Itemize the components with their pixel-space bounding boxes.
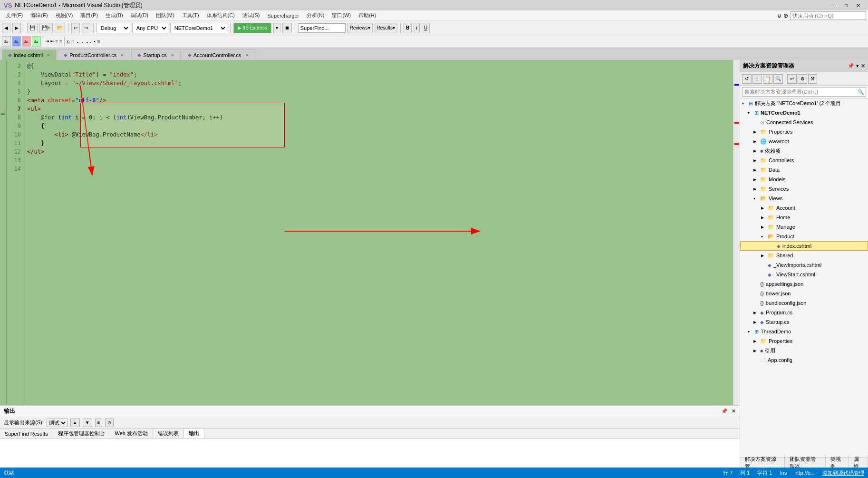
tree-index-cshtml[interactable]: ◆ index.cshtml	[740, 241, 868, 251]
menu-analyze[interactable]: 分析(N)	[303, 11, 328, 20]
output-btn-4[interactable]: ⊙	[105, 419, 114, 427]
tab-package-console[interactable]: 程序包管理器控制台	[53, 429, 110, 438]
menu-team[interactable]: 团队(M)	[152, 11, 178, 20]
se-btn-4[interactable]: 🔍	[773, 74, 783, 84]
tree-dependencies[interactable]: ▶ ■ 依赖项	[740, 146, 868, 156]
code-content[interactable]: @{ ViewData["Title"] = "index"; Layout =…	[23, 60, 733, 405]
se-btn-1[interactable]: ↺	[742, 74, 752, 84]
se-tab-class[interactable]: 类视图	[826, 455, 849, 468]
menu-project[interactable]: 项目(P)	[77, 11, 102, 20]
se-close-icon[interactable]: ✕	[861, 63, 865, 69]
format-btn-1[interactable]: aₐ	[2, 36, 11, 47]
tree-thread-demo[interactable]: ▾ ⊞ ThreadDemo	[740, 327, 868, 336]
italic-button[interactable]: I	[414, 23, 420, 33]
tree-appsettings[interactable]: {} appsettings.json	[740, 279, 868, 289]
tree-project-netcore[interactable]: ▾ ⊞ NETCoreDemo1	[740, 108, 868, 117]
maximize-button[interactable]: □	[840, 1, 852, 10]
tree-program-cs[interactable]: ▶ ◆ Program.cs	[740, 308, 868, 317]
tab-close-product[interactable]: ✕	[120, 53, 124, 58]
quick-launch-input[interactable]	[790, 11, 866, 20]
reviews-button[interactable]: Reviews▾	[347, 23, 373, 33]
run-dropdown-button[interactable]: ▾	[273, 23, 280, 33]
menu-help[interactable]: 帮助(H)	[355, 11, 380, 20]
tree-controllers[interactable]: ▶ 📁 Controllers	[740, 156, 868, 165]
results-button[interactable]: Results▾	[375, 23, 397, 33]
tree-solution[interactable]: ▾ ⊞ 解决方案 'NETCoreDemo1' (2 个项目 -	[740, 98, 868, 108]
menu-debug[interactable]: 调试(D)	[127, 11, 152, 20]
status-add-source[interactable]: 添加到源代码管理	[822, 469, 864, 477]
tab-close-index[interactable]: ✕	[47, 53, 50, 58]
tree-wwwroot[interactable]: ▶ 🌐 wwwroot	[740, 137, 868, 146]
nav-forward-button[interactable]: ▶	[12, 23, 21, 33]
se-tab-props[interactable]: 属性	[849, 455, 868, 468]
tree-references[interactable]: ▶ ■ 引用	[740, 346, 868, 355]
run-button[interactable]: ▶ IIS Express	[233, 23, 271, 33]
se-arrow-icon[interactable]: ▾	[856, 63, 859, 69]
config-dropdown[interactable]: Debug Release	[96, 23, 130, 33]
menu-test[interactable]: 测试(S)	[239, 11, 264, 20]
redo-button[interactable]: ↪	[82, 23, 90, 33]
menu-edit[interactable]: 编辑(E)	[27, 11, 52, 20]
se-btn-3[interactable]: 📋	[763, 74, 772, 84]
tree-bower[interactable]: {} bower.json	[740, 289, 868, 298]
close-output-icon[interactable]: ✕	[732, 408, 736, 414]
save-button[interactable]: 💾	[27, 23, 38, 33]
collapse-indicator[interactable]: ▬	[1, 111, 5, 116]
underline-button[interactable]: U	[422, 23, 430, 33]
se-tab-solution[interactable]: 解决方案资源管...	[740, 455, 785, 468]
project-dropdown[interactable]: NETCoreDemo1	[170, 23, 227, 33]
output-source-select[interactable]: 调试	[47, 419, 68, 427]
format-btn-2[interactable]: aₐ	[12, 36, 21, 47]
tree-connected-services[interactable]: ⊙ Connected Services	[740, 117, 868, 127]
menu-supercharger[interactable]: Supercharger	[264, 12, 303, 20]
code-editor[interactable]: ▬ 2 3 4 5 6 7 8 9 10 11	[0, 60, 740, 405]
menu-tools[interactable]: 工具(T)	[178, 11, 203, 20]
tree-app-config[interactable]: 📄 App.config	[740, 355, 868, 365]
undo-button[interactable]: ↩	[71, 23, 80, 33]
menu-file[interactable]: 文件(F)	[2, 11, 27, 20]
tree-home[interactable]: ▶ 📁 Home	[740, 213, 868, 222]
tab-superfind-results[interactable]: SuperFind Results	[0, 430, 53, 438]
tree-data[interactable]: ▶ 📁 Data	[740, 165, 868, 175]
tab-output-active[interactable]: 输出	[184, 429, 204, 438]
save-all-button[interactable]: 💾+	[39, 23, 53, 33]
tab-web-publish[interactable]: Web 发布活动	[110, 429, 153, 438]
tab-product-controller[interactable]: ◆ ProductController.cs ✕	[58, 49, 130, 60]
output-btn-1[interactable]: ▲	[70, 419, 80, 427]
tab-index-cshtml[interactable]: ◆ index.cshtml ✕	[2, 49, 57, 60]
menu-window[interactable]: 窗口(W)	[328, 11, 355, 20]
tree-properties[interactable]: ▶ 📁 Properties	[740, 127, 868, 137]
stop-button[interactable]: ⏹	[282, 23, 292, 33]
tab-close-account[interactable]: ✕	[245, 53, 249, 58]
se-pin-icon[interactable]: 📌	[848, 63, 854, 69]
pin-icon[interactable]: 📌	[721, 408, 728, 414]
tree-product-folder[interactable]: ▾ 📂 Product	[740, 232, 868, 241]
tree-td-properties[interactable]: ▶ 📁 Properties	[740, 336, 868, 346]
tree-manage[interactable]: ▶ 📁 Manage	[740, 222, 868, 232]
tree-services[interactable]: ▶ 📁 Services	[740, 184, 868, 194]
tree-bundleconfig[interactable]: {} bundleconfig.json	[740, 298, 868, 308]
se-btn-settings[interactable]: ⚒	[808, 74, 817, 84]
tab-startup[interactable]: ◆ Startup.cs ✕	[131, 49, 181, 60]
tab-error-list[interactable]: 错误列表	[153, 429, 184, 438]
se-search-input[interactable]	[742, 87, 866, 97]
tree-account[interactable]: ▶ 📁 Account	[740, 203, 868, 213]
format-btn-4[interactable]: aₐ	[32, 36, 41, 47]
tree-views[interactable]: ▾ 📂 Views	[740, 194, 868, 203]
platform-dropdown[interactable]: Any CPU	[132, 23, 168, 33]
format-btn-3[interactable]: aₐ	[22, 36, 31, 47]
minimize-button[interactable]: —	[828, 1, 839, 10]
tab-account-controller[interactable]: ◆ AccountController.cs ✕	[182, 49, 255, 60]
se-btn-2[interactable]: ⌂	[752, 74, 762, 84]
output-btn-3[interactable]: ≡	[95, 419, 103, 427]
se-btn-5[interactable]: ↩	[787, 74, 797, 84]
tree-viewimports[interactable]: ◆ _ViewImports.cshtml	[740, 260, 868, 270]
output-btn-2[interactable]: ▼	[83, 419, 92, 427]
tree-viewstart[interactable]: ◆ _ViewStart.cshtml	[740, 270, 868, 279]
tab-close-startup[interactable]: ✕	[171, 53, 174, 58]
close-button[interactable]: ✕	[853, 1, 864, 10]
menu-view[interactable]: 视图(V)	[52, 11, 77, 20]
superfind-input[interactable]	[298, 23, 346, 33]
se-tab-team[interactable]: 团队资源管理器	[785, 455, 826, 468]
tree-models[interactable]: ▶ 📁 Models	[740, 175, 868, 184]
